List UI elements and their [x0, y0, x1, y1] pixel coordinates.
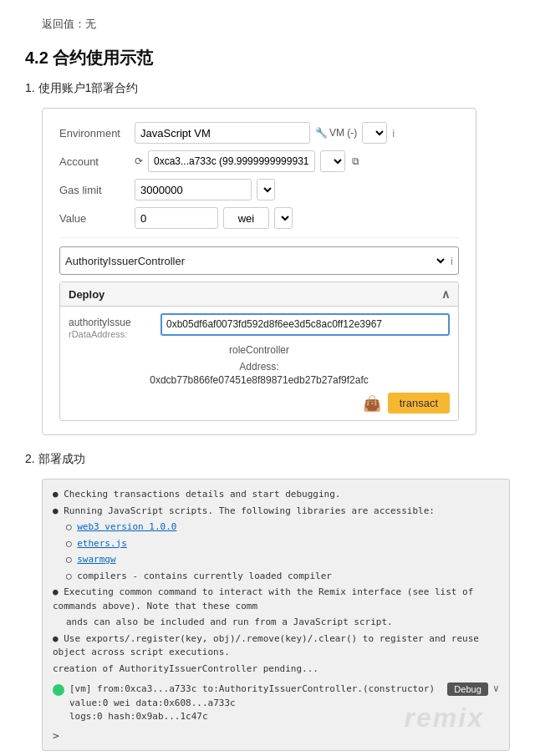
account-copy-button[interactable]: ⧉ — [350, 155, 361, 167]
terminal-line-2: ● Running JavaScript scripts. The follow… — [53, 505, 499, 519]
tx-success-indicator — [53, 684, 64, 696]
terminal-line-10: ands can also be included and run from a… — [53, 616, 499, 630]
account-sync-icon: ⟳ — [135, 155, 143, 167]
value-row: Value — [59, 207, 459, 229]
environment-row: Environment 🔧 VM (-) i — [59, 122, 459, 144]
deploy-body: authorityIssue rDataAddress: 0xb05df6af0… — [60, 307, 458, 420]
authority-field-label: authorityIssue rDataAddress: — [69, 313, 160, 339]
step1-label: 1. 使用账户1部署合约 — [25, 81, 510, 96]
value-unit-input[interactable] — [223, 207, 269, 229]
account-label: Account — [59, 155, 135, 168]
deploy-actions: 👜 transact — [69, 393, 450, 414]
role-controller-section: roleController — [69, 344, 450, 356]
copy-icon: ⧉ — [352, 155, 359, 167]
return-value: 返回值：无 — [25, 17, 510, 32]
terminal-line-9: ● Executing common command to interact w… — [53, 586, 499, 613]
contract-info-icon[interactable]: i — [451, 255, 453, 267]
authority-input[interactable]: 0xb05df6af0073fd592d8f6ee3d5c8ac0ff12e39… — [160, 313, 450, 336]
transact-button[interactable]: transact — [388, 393, 450, 414]
environment-select[interactable] — [362, 122, 387, 144]
tx-text: [vm] from:0xca3...a733c to:AuthorityIssu… — [69, 682, 437, 724]
section-title: 4.2 合约使用示范 — [25, 47, 510, 69]
deploy-title: Deploy — [69, 288, 104, 301]
account-input[interactable] — [148, 150, 315, 172]
contract-select[interactable] — [429, 250, 447, 271]
account-select[interactable] — [320, 150, 345, 172]
environment-input[interactable] — [135, 122, 310, 144]
environment-label: Environment — [59, 127, 135, 140]
deploy-header: Deploy ∧ — [60, 282, 458, 307]
terminal-line-7: ○ compilers - contains currently loaded … — [53, 570, 499, 584]
gaslimit-label: Gas limit — [59, 184, 135, 196]
remix-panel: Environment 🔧 VM (-) i Account ⟳ ⧉ Gas l… — [42, 108, 476, 435]
authority-field-row: authorityIssue rDataAddress: 0xb05df6af0… — [69, 313, 450, 339]
vm-icon: 🔧 — [315, 127, 328, 139]
terminal-line-4: ○ web3 version 1.0.0 — [53, 520, 499, 535]
value-input[interactable] — [135, 207, 218, 229]
account-value-container: ⟳ ⧉ — [135, 150, 459, 172]
deploy-chevron-icon[interactable]: ∧ — [441, 287, 450, 301]
terminal-line-6: ○ swarmgw — [53, 553, 499, 567]
address-label: Address: — [69, 361, 450, 373]
environment-value-container: 🔧 VM (-) i — [135, 122, 459, 144]
swarmgw-link[interactable]: swarmgw — [77, 554, 115, 565]
tx-expand-icon[interactable]: ∨ — [493, 682, 499, 694]
authority-field-value: 0xb05df6af0073fd592d8f6ee3d5c8ac0ff12e39… — [160, 313, 450, 336]
wallet-icon: 👜 — [363, 394, 381, 413]
address-value: 0xdcb77b866fe07451e8f89871edb27b27af9f2a… — [69, 374, 450, 386]
step2-label: 2. 部署成功 — [25, 452, 510, 467]
gaslimit-input[interactable] — [135, 179, 252, 200]
value-container — [135, 207, 459, 229]
environment-info-icon[interactable]: i — [392, 127, 395, 140]
gaslimit-spinbox[interactable] — [257, 179, 275, 200]
debug-button[interactable]: Debug — [447, 682, 487, 696]
gaslimit-row: Gas limit — [59, 179, 459, 200]
terminal-line-1: ● Checking transactions details and star… — [53, 488, 499, 502]
terminal-line-5: ○ ethers.js — [53, 537, 499, 551]
vm-badge: 🔧 VM (-) — [315, 127, 357, 139]
terminal-box: ● Checking transactions details and star… — [42, 479, 510, 751]
contract-dropdown[interactable]: AuthorityIssuerController i — [59, 246, 459, 275]
deploy-section: Deploy ∧ authorityIssue rDataAddress: 0x… — [59, 282, 459, 421]
terminal-line-11: ● Use exports/.register(key, obj)/.remov… — [53, 632, 499, 660]
terminal-watermark: remix — [405, 703, 484, 733]
account-row: Account ⟳ ⧉ — [59, 150, 459, 172]
address-section: Address: 0xdcb77b866fe07451e8f89871edb27… — [69, 361, 450, 386]
value-label: Value — [59, 212, 135, 225]
gaslimit-value-container — [135, 179, 459, 200]
contract-name: AuthorityIssuerController — [65, 255, 185, 267]
terminal-line-13: creation of AuthorityIssuerController pe… — [53, 662, 499, 677]
ethers-link[interactable]: ethers.js — [77, 538, 127, 549]
value-unit-select[interactable] — [274, 207, 293, 229]
role-controller-label: roleController — [69, 344, 450, 356]
web3-link[interactable]: web3 version 1.0.0 — [77, 521, 176, 532]
